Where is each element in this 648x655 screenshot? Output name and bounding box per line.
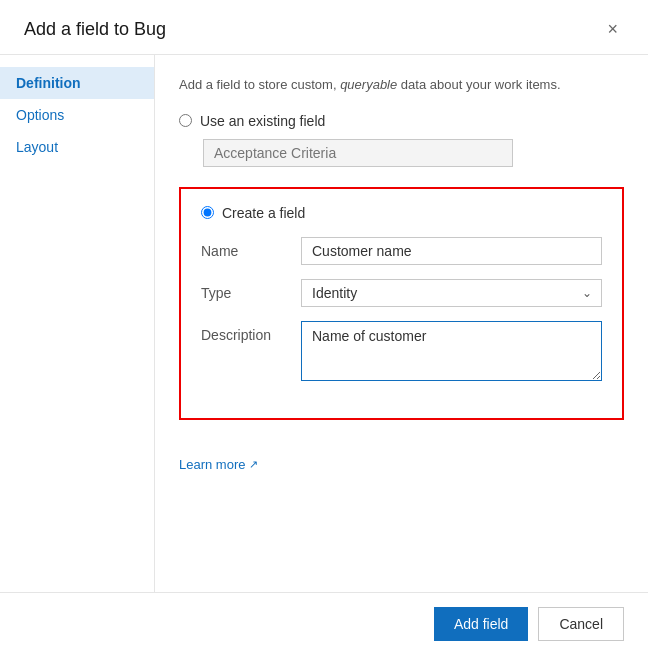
- name-label: Name: [201, 237, 301, 259]
- close-button[interactable]: ×: [601, 18, 624, 40]
- cancel-button[interactable]: Cancel: [538, 607, 624, 641]
- description-input-container: Name of customer: [301, 321, 602, 384]
- use-existing-radio[interactable]: [179, 114, 192, 127]
- sidebar-item-definition[interactable]: Definition: [0, 67, 154, 99]
- type-row: Type Identity String Integer DateTime Bo…: [201, 279, 602, 307]
- use-existing-label[interactable]: Use an existing field: [200, 113, 325, 129]
- dialog-header: Add a field to Bug ×: [0, 0, 648, 55]
- create-field-label[interactable]: Create a field: [222, 205, 305, 221]
- type-select[interactable]: Identity String Integer DateTime Boolean…: [301, 279, 602, 307]
- learn-more-section: Learn more ↗: [179, 444, 624, 472]
- type-input-container: Identity String Integer DateTime Boolean…: [301, 279, 602, 307]
- external-link-icon: ↗: [249, 458, 258, 471]
- sidebar: Definition Options Layout: [0, 55, 155, 592]
- dialog-footer: Add field Cancel: [0, 592, 648, 655]
- dialog: Add a field to Bug × Definition Options …: [0, 0, 648, 655]
- dialog-body: Definition Options Layout Add a field to…: [0, 55, 648, 592]
- existing-field-container: [203, 139, 624, 167]
- description-textarea[interactable]: Name of customer: [301, 321, 602, 381]
- learn-more-label: Learn more: [179, 457, 245, 472]
- learn-more-link[interactable]: Learn more ↗: [179, 457, 258, 472]
- add-field-button[interactable]: Add field: [434, 607, 528, 641]
- create-field-header: Create a field: [201, 205, 602, 221]
- create-field-box: Create a field Name Type Identity: [179, 187, 624, 420]
- main-content: Add a field to store custom, queryable d…: [155, 55, 648, 592]
- existing-field-input[interactable]: [203, 139, 513, 167]
- description-row: Description Name of customer: [201, 321, 602, 384]
- name-input[interactable]: [301, 237, 602, 265]
- description-label: Description: [201, 321, 301, 343]
- create-field-radio[interactable]: [201, 206, 214, 219]
- type-select-wrapper: Identity String Integer DateTime Boolean…: [301, 279, 602, 307]
- type-label: Type: [201, 279, 301, 301]
- use-existing-option: Use an existing field: [179, 113, 624, 129]
- sidebar-item-options[interactable]: Options: [0, 99, 154, 131]
- name-input-container: [301, 237, 602, 265]
- description-text: Add a field to store custom, queryable d…: [179, 75, 624, 95]
- dialog-title: Add a field to Bug: [24, 19, 166, 40]
- name-row: Name: [201, 237, 602, 265]
- sidebar-item-layout[interactable]: Layout: [0, 131, 154, 163]
